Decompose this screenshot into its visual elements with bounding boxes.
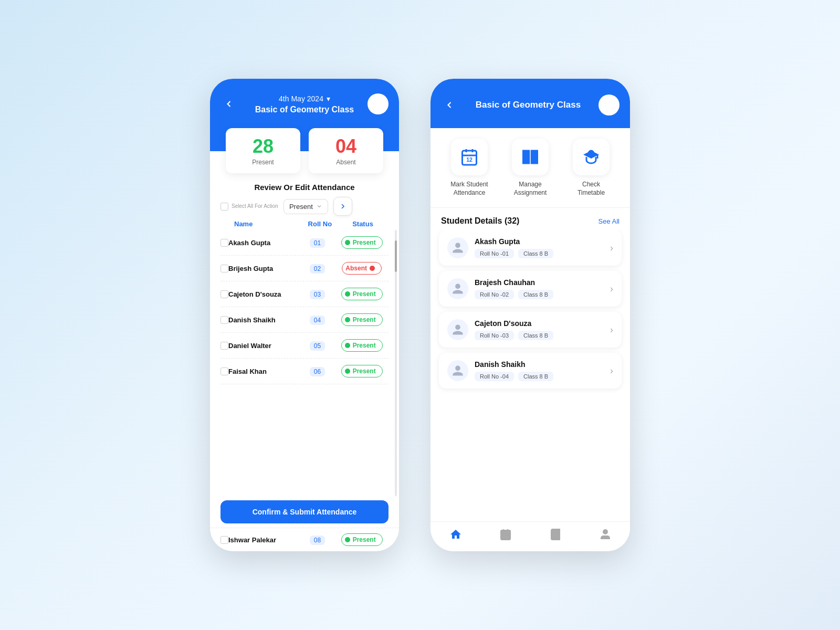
status-col: Present <box>335 288 388 300</box>
list-item[interactable]: Brajesh Chauhan Roll No -02 Class 8 B › <box>439 271 622 307</box>
row-checkbox[interactable] <box>220 265 228 272</box>
go-button[interactable] <box>333 197 352 216</box>
manage-assignment-icon-container <box>512 139 549 175</box>
present-stat: 28 Present <box>226 128 300 173</box>
action-bar: Select All For Action Present <box>210 197 399 220</box>
mark-attendance-action[interactable]: 12 Mark StudentAttendance <box>446 139 493 197</box>
table-row: Cajeton D'souza 03 Present <box>220 281 388 307</box>
status-dot <box>345 343 350 348</box>
student-card-name: Akash Gupta <box>475 237 604 246</box>
profile-nav-icon <box>599 528 612 541</box>
status-label: Present <box>353 290 376 298</box>
avatar-left <box>368 93 388 114</box>
action-dropdown[interactable]: Present <box>284 199 328 214</box>
scrollbar[interactable] <box>395 230 397 496</box>
class-tag: Class 8 B <box>518 249 553 258</box>
absent-stat: 04 Absent <box>309 128 383 173</box>
row-checkbox[interactable] <box>220 316 228 324</box>
stats-row: 28 Present 04 Absent <box>210 128 399 173</box>
nav-profile[interactable] <box>599 528 612 541</box>
roll-tag: Roll No -03 <box>475 331 514 340</box>
table-row: Daniel Walter 05 Present <box>220 333 388 359</box>
student-card-tags: Roll No -02 Class 8 B <box>475 290 604 299</box>
status-label: Present <box>353 342 376 349</box>
check-timetable-action[interactable]: CheckTimetable <box>568 139 615 197</box>
submit-attendance-button[interactable]: Confirm & Submit Attendance <box>220 500 388 523</box>
table-row: Danish Shaikh 04 Present <box>220 307 388 333</box>
table-row: Brijesh Gupta 02 Absent <box>220 256 388 281</box>
student-card-name: Brajesh Chauhan <box>475 278 604 287</box>
nav-home[interactable] <box>449 528 462 541</box>
status-pill[interactable]: Present <box>341 365 383 377</box>
right-header: Basic of Geometry Class <box>430 79 630 128</box>
chevron-right-icon: › <box>610 243 613 254</box>
list-item[interactable]: Danish Shaikh Roll No -04 Class 8 B › <box>439 353 622 388</box>
back-button-right[interactable] <box>441 97 458 113</box>
absent-label: Absent <box>324 159 368 166</box>
avatar-right <box>598 94 620 116</box>
student-name: Daniel Walter <box>228 342 300 350</box>
chevron-right-icon: › <box>610 324 613 335</box>
manage-assignment-label: ManageAssignment <box>514 181 547 197</box>
nav-calendar[interactable] <box>499 528 512 541</box>
present-label: Present <box>242 159 285 166</box>
class-tag: Class 8 B <box>518 290 553 299</box>
list-item[interactable]: Akash Gupta Roll No -01 Class 8 B › <box>439 230 622 266</box>
status-dot <box>345 369 350 374</box>
roll-tag: Roll No -02 <box>475 290 514 299</box>
student-name: Cajeton D'souza <box>228 290 300 298</box>
see-all-button[interactable]: See All <box>598 217 620 225</box>
list-item[interactable]: Cajeton D'souza Roll No -03 Class 8 B › <box>439 312 622 348</box>
nav-book[interactable] <box>549 528 562 541</box>
manage-assignment-action[interactable]: ManageAssignment <box>507 139 554 197</box>
present-count: 28 <box>242 135 285 158</box>
row-checkbox[interactable] <box>220 342 228 350</box>
graduation-icon <box>582 148 601 166</box>
roll-badge: 03 <box>300 289 335 299</box>
row-checkbox[interactable] <box>220 368 228 375</box>
student-name: Brijesh Gupta <box>228 265 300 272</box>
status-col: Present <box>335 339 388 352</box>
student-card-info: Akash Gupta Roll No -01 Class 8 B <box>475 237 604 258</box>
student-details-header: Student Details (32) See All <box>430 208 630 230</box>
person-icon <box>452 323 464 336</box>
status-col: Present <box>335 365 388 377</box>
status-col: Present <box>335 236 388 249</box>
table-header: Name Roll No Status <box>210 220 399 228</box>
row-checkbox[interactable] <box>220 290 228 298</box>
calendar-nav-icon <box>499 528 512 541</box>
roll-badge: 02 <box>300 264 335 273</box>
dropdown-icon[interactable]: ▾ <box>327 94 330 103</box>
check-timetable-label: CheckTimetable <box>578 181 605 197</box>
person-icon <box>452 282 464 295</box>
col-roll-header: Roll No <box>303 220 337 228</box>
student-name: Faisal Khan <box>228 368 300 375</box>
status-pill[interactable]: Absent <box>342 262 382 275</box>
status-col: Present <box>335 533 388 546</box>
status-dot <box>370 266 375 271</box>
status-pill[interactable]: Present <box>341 339 383 352</box>
student-avatar <box>447 237 468 258</box>
status-label: Present <box>353 239 376 246</box>
status-pill[interactable]: Present <box>341 236 383 249</box>
student-list: Akash Gupta 01 Present Brijesh Gupta 02 … <box>210 230 399 496</box>
status-dot <box>345 537 350 542</box>
status-pill[interactable]: Present <box>341 313 383 326</box>
bottom-nav <box>430 521 630 551</box>
back-button-left[interactable] <box>220 96 237 112</box>
roll-tag: Roll No -04 <box>475 372 514 381</box>
chevron-right-icon: › <box>610 365 613 376</box>
section-title: Review Or Edit Attendance <box>210 183 399 192</box>
svg-point-12 <box>603 530 607 534</box>
select-all-checkbox[interactable] <box>220 203 228 211</box>
status-label: Present <box>353 368 376 375</box>
student-details-title: Student Details (32) <box>441 216 519 226</box>
row-checkbox[interactable] <box>220 239 228 247</box>
status-label: Absent <box>345 265 367 272</box>
student-card-tags: Roll No -03 Class 8 B <box>475 331 604 340</box>
status-pill[interactable]: Present <box>341 288 383 300</box>
row-checkbox[interactable] <box>220 536 228 544</box>
table-row: Ishwar Palekar 08 Present <box>210 528 399 551</box>
status-label: Present <box>353 536 376 543</box>
status-pill[interactable]: Present <box>341 533 383 546</box>
